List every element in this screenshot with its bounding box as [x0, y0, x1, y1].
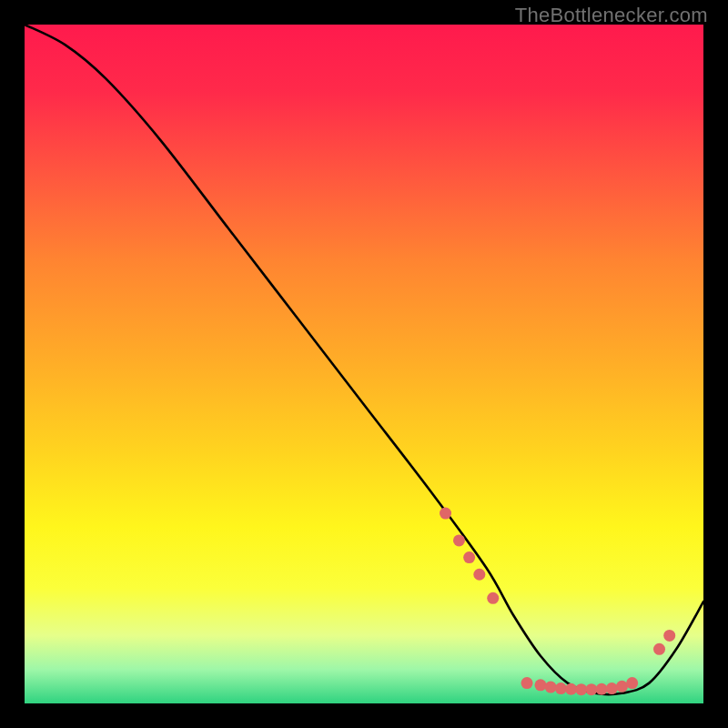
highlight-dot: [534, 679, 546, 691]
highlight-dot: [653, 643, 665, 655]
highlight-dot: [487, 592, 499, 604]
highlight-dot: [575, 683, 587, 695]
chart-stage: TheBottlenecker.com: [0, 0, 728, 728]
highlight-dot: [521, 677, 533, 689]
highlight-dot: [606, 682, 618, 694]
highlight-dot: [473, 569, 485, 581]
bottleneck-curve: [25, 25, 703, 694]
highlight-dot: [545, 682, 557, 693]
highlight-dot: [555, 682, 567, 694]
plot-area: [25, 25, 703, 703]
highlight-dot: [565, 683, 577, 695]
highlight-dot: [616, 681, 628, 693]
highlight-dot: [440, 508, 451, 520]
highlight-dot: [585, 683, 597, 695]
curve-layer: [25, 25, 703, 703]
highlight-dot: [453, 534, 465, 546]
highlight-dots: [440, 508, 675, 696]
highlight-dot: [663, 630, 675, 642]
highlight-dot: [626, 677, 638, 689]
highlight-dot: [463, 551, 475, 563]
highlight-dot: [596, 683, 608, 695]
